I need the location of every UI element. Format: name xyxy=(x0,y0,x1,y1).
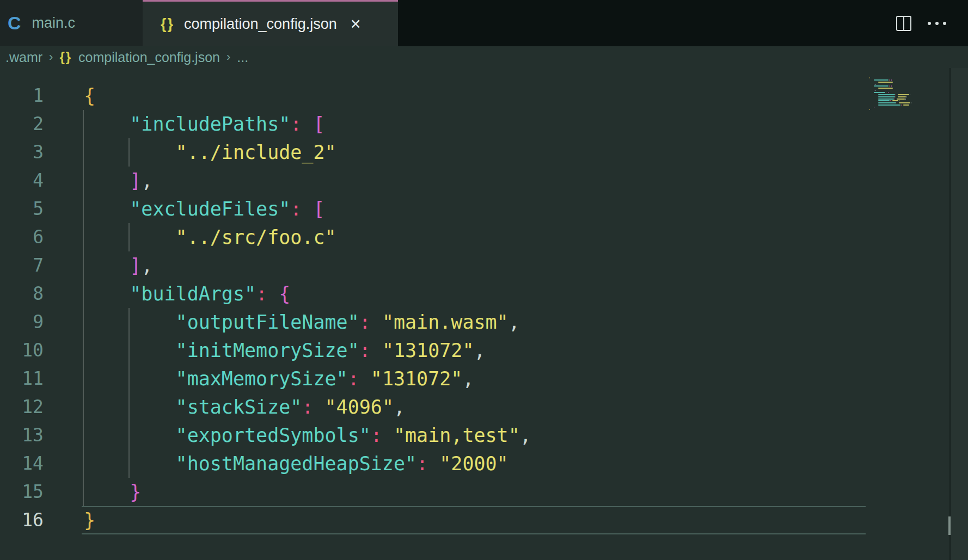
token-ws xyxy=(84,113,130,135)
minimap-line xyxy=(874,84,874,85)
scrollbar-gutter[interactable] xyxy=(951,68,968,560)
token-com: , xyxy=(520,424,531,446)
code-line[interactable]: 3 "../include_2" xyxy=(0,138,968,167)
line-number: 16 xyxy=(0,506,44,534)
token-str: "main,test" xyxy=(394,424,520,446)
token-str: "main.wasm" xyxy=(382,311,508,333)
code-text[interactable]: "stackSize": "4096", xyxy=(84,393,405,421)
minimap-line xyxy=(898,94,909,95)
code-line[interactable]: 2 "includePaths": [ xyxy=(0,110,968,138)
code-line[interactable]: 8 "buildArgs": { xyxy=(0,280,968,308)
token-str: "../src/foo.c" xyxy=(176,226,336,248)
token-com: , xyxy=(508,311,520,333)
code-line[interactable]: 16} xyxy=(0,506,968,534)
token-str: "131072" xyxy=(371,368,463,390)
minimap-line xyxy=(875,90,875,91)
code-line[interactable]: 6 "../src/foo.c" xyxy=(0,223,968,251)
breadcrumb-symbol[interactable]: ... xyxy=(237,50,248,65)
token-key: "stackSize" xyxy=(176,396,302,418)
code-text[interactable]: "includePaths": [ xyxy=(84,110,325,138)
code-text[interactable]: "../src/foo.c" xyxy=(84,223,336,251)
token-b2: { xyxy=(279,283,290,305)
tab-compilation-config-json[interactable]: {} compilation_config.json ✕ xyxy=(143,0,398,46)
line-number: 7 xyxy=(0,251,44,280)
breadcrumb: .wamr › {} compilation_config.json › ... xyxy=(0,46,968,68)
token-str: "4096" xyxy=(325,396,394,418)
minimap[interactable] xyxy=(869,68,949,204)
token-key: "includePaths" xyxy=(130,113,290,135)
token-ws xyxy=(382,424,394,446)
code-text[interactable]: { xyxy=(84,82,95,110)
code-line[interactable]: 15 } xyxy=(0,478,968,506)
tab-bar: C main.c {} compilation_config.json ✕ xyxy=(0,0,968,46)
line-number: 11 xyxy=(0,365,44,393)
minimap-line xyxy=(901,104,902,106)
code-text[interactable]: ], xyxy=(84,251,152,280)
token-pun: : xyxy=(256,283,267,305)
token-b2: [ xyxy=(313,198,324,220)
token-str: "131072" xyxy=(382,340,474,361)
code-line[interactable]: 4 ], xyxy=(0,167,968,195)
tab-main-c[interactable]: C main.c xyxy=(0,0,143,46)
code-line[interactable]: 12 "stackSize": "4096", xyxy=(0,393,968,421)
minimap-line xyxy=(891,85,892,87)
code-line[interactable]: 14 "hostManagedHeapSize": "2000" xyxy=(0,450,968,478)
json-braces-icon: {} xyxy=(161,16,174,33)
minimap-line xyxy=(874,90,874,91)
line-number: 2 xyxy=(0,110,44,138)
more-actions-icon[interactable] xyxy=(928,22,946,25)
split-editor-icon[interactable] xyxy=(896,16,911,31)
line-number: 6 xyxy=(0,223,44,251)
line-number: 9 xyxy=(0,308,44,336)
code-line[interactable]: 13 "exportedSymbols": "main,test", xyxy=(0,421,968,450)
token-ws xyxy=(267,283,279,305)
token-b1: } xyxy=(84,509,95,531)
minimap-line xyxy=(886,92,886,93)
editor-pane[interactable]: 1{2 "includePaths": [3 "../include_2"4 ]… xyxy=(0,68,968,560)
token-ws xyxy=(371,311,382,333)
line-number: 13 xyxy=(0,421,44,450)
code-text[interactable]: ], xyxy=(84,167,152,195)
token-ws xyxy=(302,198,313,220)
breadcrumb-folder[interactable]: .wamr xyxy=(5,50,42,65)
minimap-line xyxy=(874,92,885,93)
code-text[interactable]: } xyxy=(84,506,95,534)
tab-strip-empty xyxy=(398,0,896,46)
minimap-line xyxy=(911,102,911,103)
token-b2: ] xyxy=(130,170,141,192)
overview-ruler-cursor-marker xyxy=(948,516,951,535)
code-text[interactable]: "../include_2" xyxy=(84,138,336,167)
code-text[interactable]: } xyxy=(84,478,141,506)
code-line[interactable]: 9 "outputFileName": "main.wasm", xyxy=(0,308,968,336)
close-tab-icon[interactable]: ✕ xyxy=(350,16,362,32)
token-ws xyxy=(302,113,313,135)
minimap-line xyxy=(889,79,890,81)
chevron-right-icon: › xyxy=(226,50,230,64)
token-ws xyxy=(84,198,130,220)
minimap-line xyxy=(895,99,895,100)
breadcrumb-file[interactable]: compilation_config.json xyxy=(78,50,220,65)
code-line[interactable]: 5 "excludeFiles": [ xyxy=(0,195,968,223)
minimap-line xyxy=(875,84,875,85)
minimap-line xyxy=(910,94,910,95)
code-text[interactable]: "excludeFiles": [ xyxy=(84,195,325,223)
code-line[interactable]: 1{ xyxy=(0,82,968,110)
minimap-line xyxy=(869,109,870,110)
code-text[interactable]: "initMemorySize": "131072", xyxy=(84,336,486,365)
token-ws xyxy=(359,368,371,390)
code-text[interactable]: "buildArgs": { xyxy=(84,280,290,308)
code-text[interactable]: "hostManagedHeapSize": "2000" xyxy=(84,450,508,478)
code-line[interactable]: 11 "maxMemorySize": "131072", xyxy=(0,365,968,393)
code-text[interactable]: "outputFileName": "main.wasm", xyxy=(84,308,520,336)
code-line[interactable]: 7 ], xyxy=(0,251,968,280)
token-ws xyxy=(84,424,176,446)
minimap-line xyxy=(878,96,895,97)
minimap-line xyxy=(891,79,892,81)
token-key: "initMemorySize" xyxy=(176,340,359,361)
code-line[interactable]: 10 "initMemorySize": "131072", xyxy=(0,336,968,365)
minimap-line xyxy=(898,96,906,97)
minimap-line xyxy=(878,104,900,106)
code-text[interactable]: "maxMemorySize": "131072", xyxy=(84,365,474,393)
token-key: "buildArgs" xyxy=(130,283,256,305)
code-text[interactable]: "exportedSymbols": "main,test", xyxy=(84,421,531,450)
